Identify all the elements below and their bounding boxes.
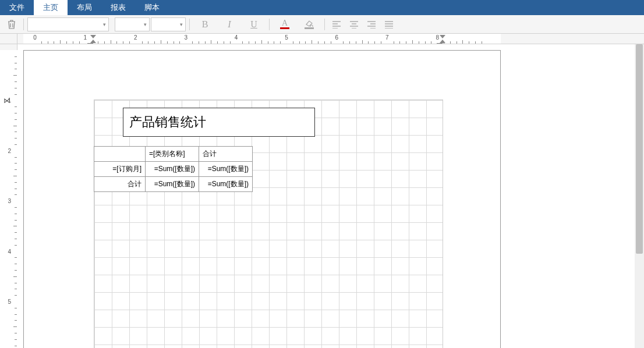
separator xyxy=(189,19,190,30)
grid-background xyxy=(94,100,443,348)
menu-layout[interactable]: 布局 xyxy=(68,0,101,15)
align-center-button[interactable] xyxy=(346,17,362,32)
ruler-label: 4 xyxy=(8,248,11,254)
toolbar: ▾ ▾ ▾ B I U A xyxy=(0,15,644,34)
chevron-down-icon: ▾ xyxy=(103,22,106,27)
font-color-button[interactable]: A xyxy=(273,17,296,32)
ruler-corner xyxy=(0,34,17,44)
vertical-ruler[interactable]: ⋈ 12345 xyxy=(0,44,17,348)
align-justify-button[interactable] xyxy=(381,17,397,32)
ruler-label: 8 xyxy=(436,34,439,41)
ruler-label: 2 xyxy=(134,34,137,41)
scrollbar-thumb[interactable] xyxy=(636,44,643,254)
delete-button[interactable] xyxy=(3,17,20,32)
table-cell[interactable] xyxy=(94,147,146,162)
bucket-icon xyxy=(305,20,314,27)
ruler-label: 1 xyxy=(84,34,87,41)
separator xyxy=(324,19,325,30)
right-indent-marker[interactable] xyxy=(440,35,445,38)
align-right-button[interactable] xyxy=(363,17,380,32)
horizontal-ruler[interactable]: 012345678 xyxy=(17,34,644,44)
vertical-scrollbar[interactable] xyxy=(635,44,644,348)
italic-button[interactable]: I xyxy=(218,17,241,32)
ruler-label: 3 xyxy=(184,34,187,41)
table-cell[interactable]: =Sum([数量]) xyxy=(199,177,253,192)
ruler-row: 012345678 xyxy=(0,34,644,44)
italic-label: I xyxy=(228,19,231,30)
chevron-down-icon: ▾ xyxy=(144,22,147,27)
ruler-label: 0 xyxy=(33,34,37,41)
menu-bar: 文件 主页 布局 报表 脚本 xyxy=(0,0,644,15)
report-title[interactable]: 产品销售统计 xyxy=(123,108,315,137)
canvas[interactable]: 产品销售统计 =[类别名称] 合计 =[订购月] =Sum([数量]) =Sum… xyxy=(17,44,644,348)
menu-report[interactable]: 报表 xyxy=(101,0,135,15)
font-style-combo[interactable]: ▾ xyxy=(151,17,186,31)
table-cell[interactable]: =[订购月] xyxy=(94,162,146,177)
separator xyxy=(23,19,24,30)
ruler-label: 1 xyxy=(8,97,11,104)
font-size-combo[interactable]: ▾ xyxy=(115,17,150,31)
table-cell[interactable]: =Sum([数量]) xyxy=(146,177,199,192)
table-row: =[类别名称] 合计 xyxy=(94,147,253,162)
report-page[interactable]: 产品销售统计 =[类别名称] 合计 =[订购月] =Sum([数量]) =Sum… xyxy=(23,50,501,348)
highlight-button[interactable] xyxy=(298,17,321,32)
design-surface[interactable]: 产品销售统计 =[类别名称] 合计 =[订购月] =Sum([数量]) =Sum… xyxy=(94,100,443,348)
table-cell[interactable]: =Sum([数量]) xyxy=(146,162,199,177)
bold-button[interactable]: B xyxy=(193,17,217,32)
table-cell[interactable]: =[类别名称] xyxy=(146,147,199,162)
table-cell[interactable]: =Sum([数量]) xyxy=(199,162,253,177)
menu-home[interactable]: 主页 xyxy=(34,0,68,15)
align-left-button[interactable] xyxy=(328,17,345,32)
ruler-label: 5 xyxy=(285,34,288,41)
ruler-label: 7 xyxy=(385,34,389,41)
table-cell[interactable]: 合计 xyxy=(94,177,146,192)
separator xyxy=(269,19,270,30)
underline-button[interactable]: U xyxy=(242,17,266,32)
menu-script[interactable]: 脚本 xyxy=(135,0,169,15)
ruler-label: 4 xyxy=(235,34,238,41)
ruler-label: 2 xyxy=(8,147,11,154)
table-row: =[订购月] =Sum([数量]) =Sum([数量]) xyxy=(94,162,253,177)
font-color-letter: A xyxy=(282,20,288,27)
ruler-label: 6 xyxy=(335,34,339,41)
menu-file[interactable]: 文件 xyxy=(0,0,34,15)
matrix-table[interactable]: =[类别名称] 合计 =[订购月] =Sum([数量]) =Sum([数量]) … xyxy=(94,146,253,192)
chevron-down-icon: ▾ xyxy=(180,22,183,27)
ruler-label: 3 xyxy=(8,198,11,204)
main-area: ⋈ 12345 产品销售统计 =[类别名称] 合计 =[订购月] =Sum([数… xyxy=(0,44,644,348)
left-indent-marker[interactable] xyxy=(90,35,96,38)
font-family-combo[interactable]: ▾ xyxy=(27,17,109,31)
table-cell[interactable]: 合计 xyxy=(199,147,253,162)
font-color-bar xyxy=(280,27,289,29)
ruler-label: 5 xyxy=(8,299,11,305)
highlight-bar xyxy=(305,27,314,29)
table-row: 合计 =Sum([数量]) =Sum([数量]) xyxy=(94,177,253,192)
